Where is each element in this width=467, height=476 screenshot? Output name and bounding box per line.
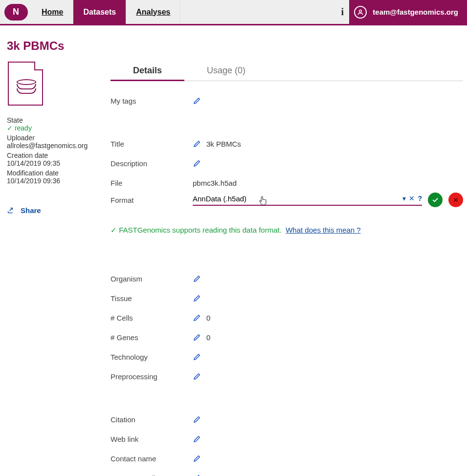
title-label: Title [111,140,193,148]
check-icon [431,196,439,204]
edit-title-icon[interactable] [193,139,201,148]
format-input[interactable] [193,195,400,203]
close-icon [452,196,459,203]
nav-home[interactable]: Home [32,0,73,24]
description-label: Description [111,159,193,168]
format-support-link[interactable]: What does this mean ? [286,226,360,234]
edit-citation-icon[interactable] [193,415,201,424]
app-logo[interactable]: N [0,0,32,24]
modification-label: Modification date [7,169,97,177]
genes-label: # Genes [111,333,193,342]
user-icon [354,6,367,19]
title-value: 3k PBMCs [206,140,241,148]
format-support-text: ✓ FASTGenomics supports reading this dat… [111,226,463,235]
edit-mytags-icon[interactable] [193,96,201,105]
nav-datasets[interactable]: Datasets [73,0,126,24]
citation-label: Citation [111,415,193,424]
edit-cells-icon[interactable] [193,313,201,322]
user-menu[interactable]: team@fastgenomics.org [349,0,467,24]
sidebar: State ✓ ready Uploader allroles@fastgeno… [7,62,97,476]
edit-contactname-icon[interactable] [193,454,201,463]
info-icon[interactable]: i [335,0,349,24]
mytags-label: My tags [111,97,193,105]
topbar: N Home Datasets Analyses i team@fastgeno… [0,0,467,25]
creation-value: 10/14/2019 09:35 [7,159,97,167]
format-help-icon[interactable]: ? [418,195,422,202]
logo-icon: N [4,4,28,21]
page-title: 3k PBMCs [0,25,467,62]
organism-label: Organism [111,275,193,283]
genes-value: 0 [206,333,210,342]
format-cancel-button[interactable] [448,193,463,207]
tabs: Details Usage (0) [111,62,463,81]
edit-tissue-icon[interactable] [193,294,201,303]
creation-label: Creation date [7,151,97,159]
nav-analyses[interactable]: Analyses [126,0,180,24]
modification-value: 10/14/2019 09:36 [7,177,97,185]
state-label: State [7,116,97,124]
format-clear-icon[interactable]: ✕ [409,195,415,202]
svg-point-0 [359,10,362,12]
edit-weblink-icon[interactable] [193,434,201,443]
share-label: Share [21,206,41,215]
edit-description-icon[interactable] [193,159,201,168]
edit-genes-icon[interactable] [193,333,201,342]
user-email: team@fastgenomics.org [373,8,458,16]
cells-label: # Cells [111,314,193,322]
format-label: Format [111,196,193,204]
format-input-wrap: ▾ ✕ ? [193,195,422,206]
main-panel: Details Usage (0) My tags Title 3k PBMCs… [97,62,463,476]
cells-value: 0 [206,314,210,322]
tissue-label: Tissue [111,294,193,303]
edit-preprocessing-icon[interactable] [193,372,201,381]
share-button[interactable]: Share [7,206,97,215]
file-value: pbmc3k.h5ad [193,179,237,187]
file-label: File [111,179,193,187]
technology-label: Technology [111,353,193,361]
edit-contactemail-icon[interactable] [193,474,201,476]
tab-usage[interactable]: Usage (0) [184,62,268,81]
contactemail-label: Contact email [111,474,193,476]
weblink-label: Web link [111,435,193,443]
tab-details[interactable]: Details [111,62,184,81]
edit-technology-icon[interactable] [193,352,201,361]
uploader-value: allroles@fastgenomics.org [7,142,97,150]
edit-organism-icon[interactable] [193,274,201,283]
dataset-file-icon [8,62,43,106]
format-confirm-button[interactable] [428,193,443,207]
uploader-label: Uploader [7,134,97,142]
format-dropdown-icon[interactable]: ▾ [402,195,406,202]
preprocessing-label: Preprocessing [111,372,193,381]
contactname-label: Contact name [111,454,193,463]
nav: Home Datasets Analyses [32,0,180,24]
state-value: ✓ ready [7,124,97,132]
share-icon [7,207,15,215]
